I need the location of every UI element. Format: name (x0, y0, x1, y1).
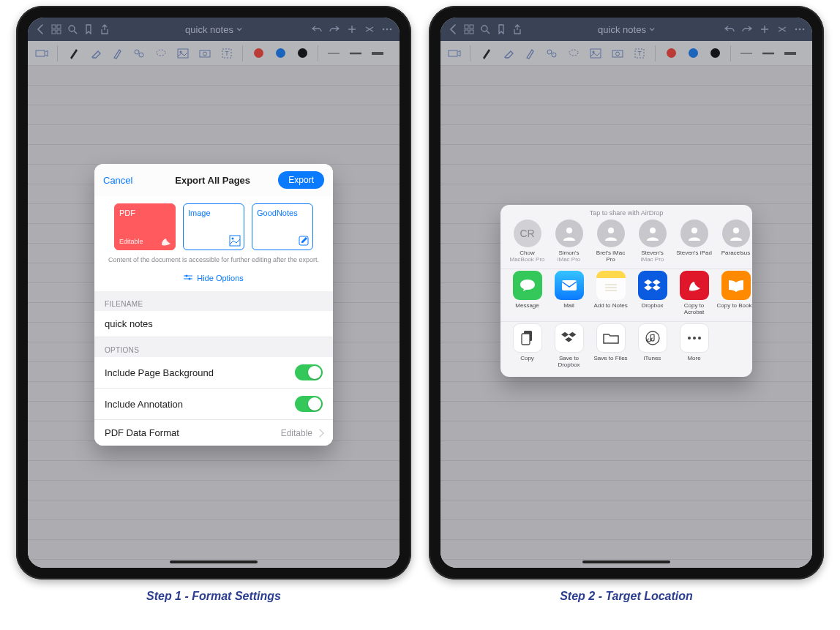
action-row: Copy Save to Dropbox Save to Files iTune… (500, 322, 752, 377)
message-icon (513, 271, 542, 300)
share-app-acrobat[interactable]: Copy to Acrobat (675, 271, 713, 315)
svg-point-52 (608, 228, 614, 233)
books-icon (721, 271, 751, 300)
notes-icon (596, 271, 626, 300)
share-app-books[interactable]: Copy to Books (716, 271, 752, 315)
hide-options-label: Hide Options (197, 274, 244, 282)
hide-options-button[interactable]: Hide Options (94, 269, 333, 291)
airdrop-person[interactable]: Simon'siMac Pro (550, 220, 588, 263)
option-annotation-row: Include Annotation (94, 389, 333, 420)
format-row: PDF Editable Image GoodNotes (94, 196, 333, 255)
format-goodnotes[interactable]: GoodNotes (252, 203, 313, 250)
avatar-initials: CR (514, 220, 541, 247)
option-format-row[interactable]: PDF Data Format Editable (94, 420, 333, 446)
svg-point-28 (189, 278, 191, 280)
format-sub: Editable (119, 238, 143, 245)
airdrop-person[interactable]: Steven'siMac Pro (633, 220, 672, 263)
svg-point-53 (650, 228, 656, 233)
step1-caption: Step 1 - Format Settings (16, 590, 411, 603)
svg-rect-61 (522, 334, 530, 345)
airdrop-person[interactable]: Steven's iPad (675, 220, 713, 263)
share-sheet: Tap to share with AirDrop CR ChowMacBook… (500, 205, 752, 377)
export-modal: Cancel Export All Pages Export PDF Edita… (94, 164, 333, 446)
options-section-label: OPTIONS (94, 337, 333, 357)
action-itunes[interactable]: iTunes (633, 323, 672, 368)
sliders-icon (184, 274, 192, 282)
airdrop-row: CR ChowMacBook Pro Simon'siMac Pro Bret'… (500, 218, 752, 269)
option-format-value: Editable (281, 428, 312, 438)
modal-header: Cancel Export All Pages Export (94, 164, 333, 196)
action-copy[interactable]: Copy (508, 323, 547, 368)
screen-left: quick notes (28, 18, 400, 568)
option-background-row: Include Page Background (94, 357, 333, 389)
airdrop-person[interactable]: Bret's iMac Pro (591, 220, 630, 263)
avatar-silhouette-icon (639, 220, 667, 247)
svg-point-23 (232, 238, 234, 240)
export-button[interactable]: Export (278, 171, 324, 189)
ipad-left: quick notes (16, 6, 411, 580)
cancel-button[interactable]: Cancel (103, 175, 147, 186)
itunes-icon (638, 323, 667, 353)
image-format-icon (229, 235, 241, 247)
option-format-label: PDF Data Format (105, 427, 179, 438)
svg-point-64 (693, 337, 696, 340)
format-label: GoodNotes (257, 209, 308, 217)
step2-caption: Step 2 - Target Location (429, 590, 824, 603)
dropbox-outline-icon (555, 323, 584, 353)
screen-right: quick notes (440, 18, 812, 568)
svg-point-55 (733, 228, 739, 233)
format-label: Image (188, 209, 239, 217)
action-save-files[interactable]: Save to Files (591, 323, 630, 368)
svg-point-63 (688, 337, 691, 340)
svg-point-26 (186, 275, 188, 277)
action-more[interactable]: More (675, 323, 713, 368)
folder-icon (596, 323, 626, 353)
export-hint: Content of the document is accessible fo… (94, 255, 333, 269)
acrobat-icon (680, 271, 709, 300)
avatar-silhouette-icon (722, 220, 750, 247)
home-indicator (582, 560, 670, 563)
mail-icon (555, 271, 584, 300)
share-app-mail[interactable]: Mail (550, 271, 588, 315)
svg-point-51 (566, 228, 572, 233)
format-label: PDF (119, 209, 170, 217)
airdrop-person[interactable]: Paracelsus (716, 220, 752, 263)
share-app-dropbox[interactable]: Dropbox (633, 271, 672, 315)
option-annotation-label: Include Annotation (105, 399, 183, 410)
avatar-silhouette-icon (555, 220, 583, 247)
filename-field[interactable]: quick notes (94, 311, 333, 337)
option-annotation-toggle[interactable] (295, 396, 323, 412)
share-app-message[interactable]: Message (508, 271, 547, 315)
dropbox-icon (638, 271, 667, 300)
option-background-toggle[interactable] (295, 364, 323, 380)
chevron-right-icon (315, 429, 323, 437)
app-row: Message Mail Add to Notes Dropbox (500, 269, 752, 322)
format-image[interactable]: Image (183, 203, 244, 250)
filename-value: quick notes (105, 318, 153, 329)
option-background-label: Include Page Background (105, 367, 214, 378)
copy-icon (513, 323, 542, 353)
airdrop-person[interactable]: CR ChowMacBook Pro (508, 220, 547, 263)
action-save-dropbox[interactable]: Save to Dropbox (550, 323, 588, 368)
svg-point-65 (698, 337, 701, 340)
more-dots-icon (680, 323, 709, 353)
avatar-silhouette-icon (680, 220, 708, 247)
goodnotes-format-icon (298, 235, 310, 247)
modal-title: Export All Pages (147, 175, 278, 186)
share-app-notes[interactable]: Add to Notes (591, 271, 630, 315)
pdf-icon (160, 235, 172, 247)
share-title: Tap to share with AirDrop (500, 205, 752, 218)
ipad-right: quick notes (429, 6, 824, 580)
format-pdf[interactable]: PDF Editable (114, 203, 176, 250)
svg-rect-56 (562, 280, 577, 290)
home-indicator (170, 560, 258, 563)
svg-point-54 (691, 228, 697, 233)
avatar-silhouette-icon (597, 220, 625, 247)
filename-section-label: FILENAME (94, 291, 333, 311)
